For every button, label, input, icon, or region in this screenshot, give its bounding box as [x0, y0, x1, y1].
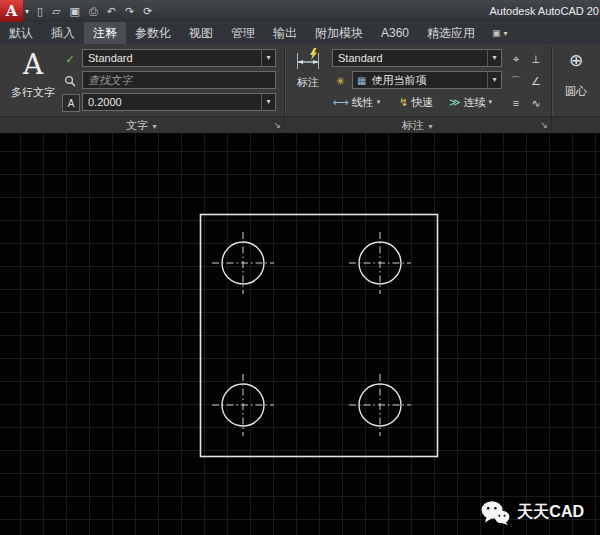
save-icon[interactable]: ▣ — [70, 0, 80, 22]
dimension-button[interactable]: 标注 — [288, 47, 328, 90]
tab-output[interactable]: 输出 — [264, 22, 306, 44]
drawing-viewport[interactable]: 天天CAD — [0, 133, 600, 535]
mtext-label: 多行文字 — [11, 85, 55, 100]
watermark-text: 天天CAD — [517, 502, 584, 523]
dim-perpendicular-icon[interactable]: ⟂ — [528, 51, 544, 67]
continue-dim-button[interactable]: ≫ 连续 ▾ — [446, 93, 510, 111]
plot-icon[interactable]: ⎙ — [89, 0, 98, 22]
text-style-combo[interactable]: Standard ▾ — [82, 49, 276, 67]
chevron-down-icon: ▾ — [261, 50, 275, 66]
linear-dim-label: 线性 — [352, 95, 374, 110]
chevron-down-icon: ▾ — [489, 98, 493, 106]
tab-insert[interactable]: 插入 — [42, 22, 84, 44]
watermark: 天天CAD — [480, 500, 584, 525]
dim-layer-value: 使用当前项 — [366, 73, 487, 88]
tab-annotate[interactable]: 注释 — [84, 22, 126, 44]
tab-a360[interactable]: A360 — [372, 22, 418, 44]
linear-dim-button[interactable]: ⟷ 线性 ▾ — [330, 93, 400, 111]
ribbon-display-toggle[interactable]: ▣ ▾ — [492, 22, 508, 44]
wechat-icon — [480, 500, 510, 525]
chevron-down-icon: ▾ — [487, 72, 501, 88]
panel-dropdown-icon: ▼ — [151, 123, 158, 130]
tab-manage[interactable]: 管理 — [222, 22, 264, 44]
text-panel-title[interactable]: 文字▼ ↘ — [0, 116, 284, 133]
center-mark-label[interactable]: 圆心 — [552, 84, 600, 99]
chevron-down-icon: ▾ — [377, 98, 381, 106]
dimension-label: 标注 — [297, 75, 319, 90]
tab-parametric[interactable]: 参数化 — [126, 22, 180, 44]
dim-layer-override-icon[interactable]: ✳ — [332, 73, 348, 89]
open-icon[interactable]: ▱ — [52, 0, 60, 22]
undo-icon[interactable]: ↶ — [107, 0, 116, 22]
chevron-down-icon: ▾ — [261, 94, 275, 110]
ribbon-tab-bar: 默认 插入 注释 参数化 视图 管理 输出 附加模块 A360 精选应用 ▣ ▾ — [0, 22, 600, 44]
continue-dim-icon: ≫ — [449, 96, 461, 109]
search-icon-glyph — [64, 75, 76, 87]
layer-icon: ▦ — [353, 75, 366, 86]
dim-style-value: Standard — [333, 52, 487, 64]
redo-icon[interactable]: ↷ — [125, 0, 134, 22]
continue-dim-label: 连续 — [464, 95, 486, 110]
center-mark-icon[interactable]: ⊕ — [552, 50, 600, 71]
autocad-window: A ▾ ▯ ▱ ▣ ⎙ ↶ ↷ ⟳ Autodesk AutoCAD 20 默认… — [0, 0, 600, 535]
cad-drawing — [0, 133, 600, 535]
app-logo-letter: A — [6, 2, 18, 20]
dim-jogged-icon[interactable]: ∿ — [528, 95, 544, 111]
app-logo[interactable]: A — [0, 0, 23, 22]
centerline-panel-title — [552, 116, 600, 133]
ribbon-display-icon: ▣ — [492, 28, 501, 38]
centerline-panel: ⊕ 圆心 — [552, 44, 600, 133]
mtext-button[interactable]: A 多行文字 — [6, 47, 60, 100]
text-panel-launcher-icon[interactable]: ↘ — [273, 119, 281, 131]
dim-center-mark-icon[interactable]: ⌖ — [508, 51, 524, 67]
titlebar: A ▾ ▯ ▱ ▣ ⎙ ↶ ↷ ⟳ Autodesk AutoCAD 20 — [0, 0, 600, 22]
text-style-value: Standard — [83, 52, 261, 64]
new-icon[interactable]: ▯ — [37, 0, 43, 22]
find-text-input[interactable] — [82, 71, 276, 89]
spell-check-icon[interactable]: ✓ — [62, 51, 78, 67]
quick-access-toolbar: ▯ ▱ ▣ ⎙ ↶ ↷ ⟳ — [37, 0, 152, 22]
mtext-icon: A — [23, 47, 43, 83]
dim-style-combo[interactable]: Standard ▾ — [332, 49, 502, 67]
chevron-down-icon: ▾ — [504, 29, 508, 38]
dim-layer-combo[interactable]: ▦ 使用当前项 ▾ — [352, 71, 502, 89]
ribbon: A 多行文字 ✓ Standard ▾ A 0.2000 ▾ 文字 — [0, 44, 600, 134]
dimension-icon — [295, 47, 321, 73]
tab-addins[interactable]: 附加模块 — [306, 22, 372, 44]
text-height-icon[interactable]: A — [62, 94, 80, 112]
dim-angular-icon[interactable]: ∠ — [528, 73, 544, 89]
linear-dim-icon: ⟷ — [333, 96, 349, 109]
search-icon[interactable] — [62, 73, 78, 89]
dimension-panel-title[interactable]: 标注▼ ↘ — [285, 116, 551, 133]
tab-default[interactable]: 默认 — [0, 22, 42, 44]
text-height-combo[interactable]: 0.2000 ▾ — [82, 93, 276, 111]
quick-dim-icon: ↯ — [399, 96, 408, 109]
tab-view[interactable]: 视图 — [180, 22, 222, 44]
dimension-panel-launcher-icon[interactable]: ↘ — [540, 119, 548, 131]
quick-dim-button[interactable]: ↯ 快速 — [396, 93, 450, 111]
chevron-down-icon: ▾ — [487, 50, 501, 66]
dim-baseline-icon[interactable]: ≡ — [508, 95, 524, 111]
tab-featured-apps[interactable]: 精选应用 — [418, 22, 484, 44]
dimension-panel: 标注 Standard ▾ ✳ ▦ 使用当前项 ▾ ⟷ 线性 ▾ ↯ 快速 — [285, 44, 551, 133]
dim-arc-length-icon[interactable]: ⌒ — [508, 73, 524, 89]
window-title: Autodesk AutoCAD 20 — [490, 0, 599, 22]
panel-dropdown-icon: ▼ — [427, 123, 434, 130]
refresh-icon[interactable]: ⟳ — [143, 0, 152, 22]
app-menu-chevron-icon[interactable]: ▾ — [25, 7, 29, 16]
text-height-value: 0.2000 — [83, 96, 261, 108]
text-panel: A 多行文字 ✓ Standard ▾ A 0.2000 ▾ 文字 — [0, 44, 284, 133]
quick-dim-label: 快速 — [411, 95, 433, 110]
